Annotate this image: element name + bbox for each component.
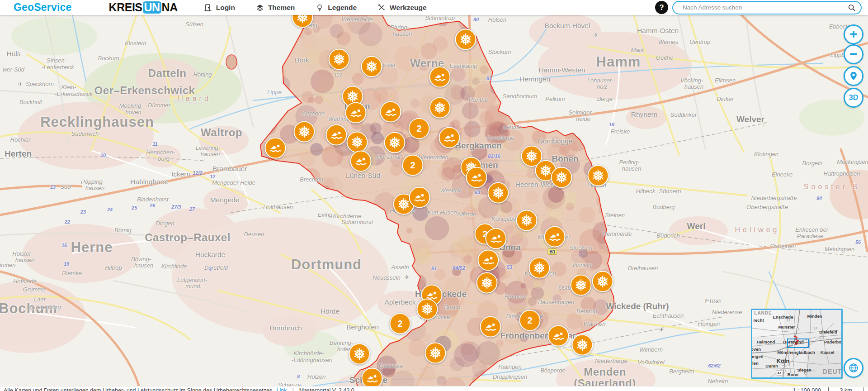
map-marker-swimmer-icon[interactable] <box>350 151 372 172</box>
lightbulb-icon <box>316 4 324 12</box>
map-marker-snowflake-icon[interactable] <box>592 271 613 292</box>
map-marker-snowflake-icon[interactable] <box>417 299 438 320</box>
plus-icon: + <box>849 27 858 41</box>
main-menu: Login Themen Legende <box>204 4 427 12</box>
map-marker-snowflake-icon[interactable] <box>551 167 572 188</box>
map-marker-swimmer-icon[interactable] <box>439 127 460 148</box>
logo-text-kreis: KREIS <box>109 1 142 14</box>
minimap-label: ringen <box>751 354 764 359</box>
map-marker-swimmer-icon[interactable] <box>429 67 451 88</box>
logo-box-un: UN <box>143 1 161 14</box>
footer-divider: | <box>292 387 294 391</box>
minimap-label: rlen <box>751 361 759 366</box>
map-marker-swimmer-icon[interactable] <box>480 316 501 338</box>
minimap-label: Enschede <box>773 315 793 319</box>
map-marker-snowflake-icon[interactable] <box>572 334 593 356</box>
minimap-label: recht <box>753 318 764 323</box>
3d-icon: 3D <box>849 94 858 102</box>
map-marker-snowflake-icon[interactable] <box>347 132 368 153</box>
menu-item-themen[interactable]: Themen <box>256 4 295 12</box>
globe-icon <box>848 362 859 373</box>
map-marker-swimmer-icon[interactable] <box>478 250 499 271</box>
logo-text-na: NA <box>162 1 178 14</box>
map-marker-swimmer-icon[interactable] <box>326 124 347 146</box>
zoom-out-button[interactable]: − <box>844 44 863 64</box>
minimap-label: oven <box>751 347 761 352</box>
copyright-text: Alle Karten und Daten unterliegen dem Ur… <box>4 387 274 391</box>
search-icon[interactable] <box>847 3 856 12</box>
tools-icon <box>377 4 386 12</box>
map-marker-snowflake-icon[interactable] <box>361 56 382 77</box>
minimap-label: Düren <box>765 363 778 368</box>
minimap-label: A1 <box>776 371 783 376</box>
map-marker-snowflake-icon[interactable] <box>488 182 509 204</box>
minus-icon: − <box>849 47 858 61</box>
minimap-label: Bonn <box>788 372 798 377</box>
menu-label-legende: Legende <box>328 4 357 12</box>
map-marker-snowflake-icon[interactable] <box>455 29 476 50</box>
map-marker-swimmer-icon[interactable] <box>345 102 367 124</box>
geoservice-logo: GeoService <box>14 1 72 14</box>
minimap-label: Münster <box>778 324 795 329</box>
map-marker-snowflake-icon[interactable] <box>384 132 406 153</box>
menu-item-login[interactable]: Login <box>204 4 235 12</box>
copyright-link[interactable]: Link <box>277 387 287 391</box>
minimap-label: Minden <box>807 314 822 319</box>
minimap-label: LANDE <box>754 310 772 315</box>
layers-icon <box>256 4 264 12</box>
scale-bar: 3 km <box>828 387 863 391</box>
locate-button[interactable] <box>844 66 863 86</box>
help-button[interactable]: ? <box>655 1 668 14</box>
zoom-in-button[interactable]: + <box>844 24 863 44</box>
overview-minimap[interactable]: LANDErechtEnschedeMindenMünsterBielefeld… <box>751 309 843 379</box>
map-marker-swimmer-icon[interactable] <box>265 138 286 159</box>
map-marker-snowflake-icon[interactable] <box>476 272 498 294</box>
menu-label-werkzeuge: Werkzeuge <box>390 4 427 12</box>
scale-text: 1 : 100.000 <box>793 387 821 391</box>
minimap-label: Mönchengladbach <box>777 350 815 355</box>
map-marker-snowflake-icon[interactable] <box>588 165 609 186</box>
minimap-viewport-rect[interactable] <box>787 339 809 348</box>
minimap-label: Helmond <box>757 339 775 344</box>
address-search <box>672 1 862 14</box>
map-marker-snowflake-icon[interactable] <box>294 121 315 143</box>
minimap-label: Bielefeld <box>819 329 837 334</box>
top-navigation-bar: GeoService KREIS UN NA Login Themen <box>0 0 868 15</box>
scale-bar-label: 3 km <box>840 387 852 391</box>
map-marker-swimmer-icon[interactable] <box>466 167 487 188</box>
door-icon <box>204 4 212 12</box>
minimap-label: Kassel <box>821 350 835 355</box>
minimap-label: Paderbo <box>824 339 841 344</box>
map-marker-snowflake-icon[interactable] <box>429 97 451 119</box>
version-text: Masterportal V. 2.42.0 <box>299 387 354 391</box>
menu-label-themen: Themen <box>268 4 295 12</box>
map-marker-swimmer-icon[interactable] <box>548 325 569 347</box>
map-marker-cluster[interactable]: 2 <box>390 313 411 334</box>
menu-item-legende[interactable]: Legende <box>316 4 357 12</box>
kreis-unna-logo: KREIS UN NA <box>109 1 178 14</box>
menu-item-werkzeuge[interactable]: Werkzeuge <box>377 4 427 12</box>
map-marker-cluster[interactable]: 2 <box>519 310 541 331</box>
map-markers-layer: 22222 <box>0 0 868 391</box>
map-marker-snowflake-icon[interactable] <box>571 275 592 296</box>
map-marker-cluster[interactable]: 2 <box>402 155 424 176</box>
search-input[interactable] <box>682 4 847 11</box>
map-marker-swimmer-icon[interactable] <box>544 226 566 248</box>
map-marker-snowflake-icon[interactable] <box>529 257 550 279</box>
map-marker-cluster[interactable]: 2 <box>409 118 430 139</box>
3d-button[interactable]: 3D <box>844 88 863 108</box>
menu-label-login: Login <box>216 4 235 12</box>
map-marker-swimmer-icon[interactable] <box>409 187 430 208</box>
location-pin-icon <box>849 71 859 81</box>
map-marker-snowflake-icon[interactable] <box>349 343 370 365</box>
footer-bar: Alle Karten und Daten unterliegen dem Ur… <box>0 386 868 391</box>
minimap-label: Köln <box>777 358 790 364</box>
overview-globe-button[interactable] <box>844 358 863 378</box>
minimap-label: Siegen <box>797 367 811 372</box>
map-marker-swimmer-icon[interactable] <box>486 228 507 249</box>
map-marker-swimmer-icon[interactable] <box>380 101 401 123</box>
map-marker-snowflake-icon[interactable] <box>516 210 538 231</box>
minimap-label: DEUT <box>823 368 842 375</box>
map-marker-snowflake-icon[interactable] <box>329 49 350 70</box>
map-marker-snowflake-icon[interactable] <box>425 343 446 364</box>
